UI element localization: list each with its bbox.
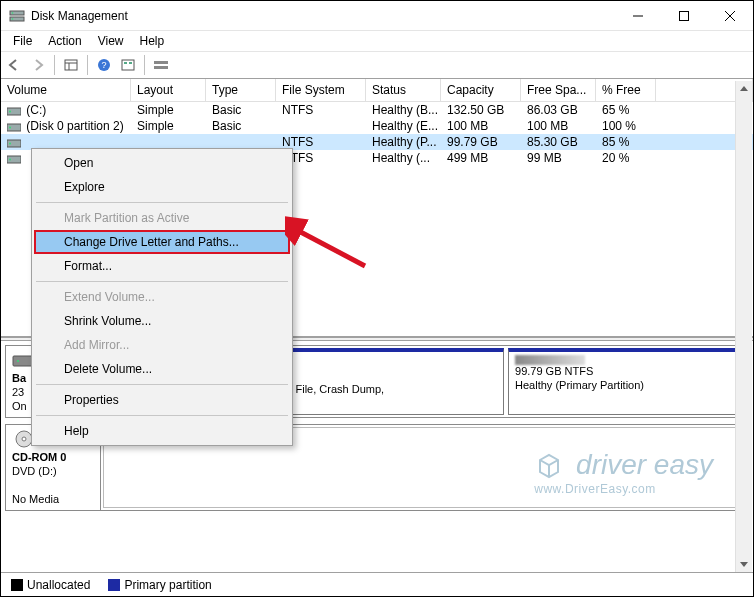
col-status[interactable]: Status <box>366 79 441 102</box>
svg-rect-12 <box>129 62 132 64</box>
toolbar-forward-button[interactable] <box>27 54 49 76</box>
context-menu-separator <box>36 384 288 385</box>
menu-file[interactable]: File <box>5 32 40 50</box>
context-menu-item[interactable]: Help <box>34 419 290 443</box>
toolbar-console-button[interactable] <box>60 54 82 76</box>
volume-table-header: Volume Layout Type File System Status Ca… <box>1 79 753 102</box>
menu-help[interactable]: Help <box>132 32 173 50</box>
svg-rect-5 <box>65 60 77 70</box>
toolbar-separator <box>54 55 55 75</box>
toolbar-settings-button[interactable] <box>117 54 139 76</box>
context-menu-separator <box>36 202 288 203</box>
disk-0-line3: On <box>12 400 27 412</box>
col-free[interactable]: Free Spa... <box>521 79 596 102</box>
minimize-button[interactable] <box>615 1 661 31</box>
toolbar-help-button[interactable]: ? <box>93 54 115 76</box>
context-menu-item: Extend Volume... <box>34 285 290 309</box>
svg-rect-13 <box>154 61 168 64</box>
legend-unallocated: Unallocated <box>11 578 90 592</box>
context-menu-separator <box>36 415 288 416</box>
cdrom-title: CD-ROM 0 <box>12 451 66 463</box>
col-type[interactable]: Type <box>206 79 276 102</box>
legend: Unallocated Primary partition <box>1 572 753 596</box>
context-menu-separator <box>36 281 288 282</box>
volume-row[interactable]: (Disk 0 partition 2)SimpleBasicHealthy (… <box>1 118 753 134</box>
swatch-primary <box>108 579 120 591</box>
svg-point-26 <box>22 437 26 441</box>
vertical-scrollbar[interactable] <box>735 81 752 572</box>
toolbar-separator <box>144 55 145 75</box>
context-menu-item[interactable]: Change Drive Letter and Paths... <box>34 230 290 254</box>
toolbar-back-button[interactable] <box>3 54 25 76</box>
col-capacity[interactable]: Capacity <box>441 79 521 102</box>
context-menu-item: Mark Partition as Active <box>34 206 290 230</box>
svg-text:?: ? <box>101 60 106 70</box>
toolbar-disk-list-button[interactable] <box>150 54 172 76</box>
svg-point-24 <box>17 360 19 362</box>
context-menu-item[interactable]: Delete Volume... <box>34 357 290 381</box>
toolbar: ? <box>1 51 753 79</box>
context-menu-item[interactable]: Format... <box>34 254 290 278</box>
col-filesystem[interactable]: File System <box>276 79 366 102</box>
svg-point-16 <box>9 110 11 112</box>
context-menu-item[interactable]: Explore <box>34 175 290 199</box>
svg-rect-4 <box>680 11 689 20</box>
svg-rect-14 <box>154 66 168 69</box>
context-menu-item[interactable]: Shrink Volume... <box>34 309 290 333</box>
maximize-button[interactable] <box>661 1 707 31</box>
swatch-unallocated <box>11 579 23 591</box>
disk-0-line1: Ba <box>12 372 26 384</box>
context-menu-item[interactable]: Properties <box>34 388 290 412</box>
col-layout[interactable]: Layout <box>131 79 206 102</box>
col-pctfree[interactable]: % Free <box>596 79 656 102</box>
svg-point-2 <box>12 12 14 14</box>
svg-rect-11 <box>124 62 127 64</box>
context-menu-item: Add Mirror... <box>34 333 290 357</box>
close-button[interactable] <box>707 1 753 31</box>
svg-point-20 <box>9 142 11 144</box>
menu-view[interactable]: View <box>90 32 132 50</box>
menu-action[interactable]: Action <box>40 32 89 50</box>
disk-0-line2: 23 <box>12 386 24 398</box>
svg-point-18 <box>9 126 11 128</box>
cdrom-line2: DVD (D:) <box>12 465 57 477</box>
partition-x-title-redacted <box>515 355 585 365</box>
context-menu-item[interactable]: Open <box>34 151 290 175</box>
svg-point-22 <box>9 158 11 160</box>
legend-primary: Primary partition <box>108 578 211 592</box>
titlebar: Disk Management <box>1 1 753 31</box>
context-menu: OpenExploreMark Partition as ActiveChang… <box>31 148 293 446</box>
cdrom-status: No Media <box>12 493 59 505</box>
col-volume[interactable]: Volume <box>1 79 131 102</box>
app-icon <box>9 8 25 24</box>
volume-row[interactable]: (C:)SimpleBasicNTFSHealthy (B...132.50 G… <box>1 102 753 118</box>
window-title: Disk Management <box>31 9 615 23</box>
svg-point-3 <box>12 18 14 20</box>
toolbar-separator <box>87 55 88 75</box>
partition-x[interactable]: 99.79 GB NTFS Healthy (Primary Partition… <box>508 348 746 415</box>
partition-x-size: 99.79 GB NTFS <box>515 365 739 379</box>
partition-x-status: Healthy (Primary Partition) <box>515 379 739 393</box>
menubar: File Action View Help <box>1 31 753 51</box>
svg-rect-10 <box>122 60 134 70</box>
